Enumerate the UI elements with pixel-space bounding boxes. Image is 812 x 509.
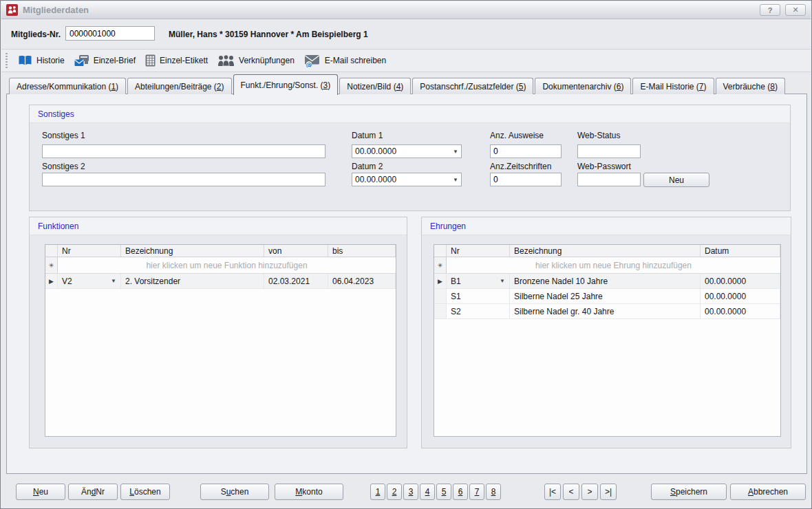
ehrungen-row-s1[interactable]: S1 Silberne Nadel 25 Jahre 00.00.0000	[434, 289, 780, 304]
funktionen-header-row: Nr Bezeichnung von bis	[45, 245, 396, 257]
web-passwort-neu-button[interactable]: Neu	[643, 173, 709, 187]
chevron-down-icon: ▼	[500, 278, 505, 284]
sonstiges1-label: Sonstiges 1	[42, 131, 85, 140]
sonstiges2-input[interactable]	[42, 173, 325, 186]
suchen-button[interactable]: Suchen	[200, 484, 269, 500]
funktionen-row-v2[interactable]: ▶ V2▼ 2. Vorsitzender 02.03.2021 06.04.2…	[45, 274, 396, 289]
funktionen-group-title: Funktionen	[30, 217, 407, 235]
neu-button[interactable]: Neu	[16, 484, 65, 500]
people-group-icon	[217, 54, 235, 67]
mkonto-button[interactable]: Mkonto	[275, 484, 343, 500]
ehrung-datum-cell: 00.00.0000	[701, 274, 780, 288]
datum1-combo[interactable]: 00.00.0000▼	[352, 144, 462, 158]
tab-abteilungen-beitraege[interactable]: Abteilungen/Beiträge (2)	[127, 78, 231, 94]
funktion-bezeichnung-cell: 2. Vorsitzender	[121, 274, 264, 288]
ehrung-nr-cell: S2	[447, 304, 510, 318]
funktionen-table: Nr Bezeichnung von bis ✳ hier klicken um…	[45, 244, 396, 437]
historie-button[interactable]: Historie	[13, 51, 70, 70]
tab-postanschrf-zusatzfelder[interactable]: Postanschrf./Zusatzfelder (5)	[412, 78, 533, 94]
current-row-icon: ▶	[45, 274, 58, 288]
sonstiges-group-title: Sonstiges	[30, 105, 790, 123]
webpasswort-input[interactable]	[577, 173, 641, 186]
column-header-bis[interactable]: bis	[328, 245, 396, 257]
ehrungen-new-row[interactable]: ✳ hier klicken um neue Ehrung hinzuzufüg…	[434, 257, 780, 274]
tab-content-panel: Sonstiges Sonstiges 1 Sonstiges 2 Datum …	[6, 94, 807, 474]
tab-funkt-ehrung-sonst[interactable]: Funkt./Ehrung/Sonst. (3)	[233, 74, 339, 95]
new-row-icon: ✳	[45, 257, 58, 273]
sonstiges2-label: Sonstiges 2	[42, 162, 85, 171]
email-schreiben-button[interactable]: @ E-Mail schreiben	[299, 51, 391, 70]
datum2-combo[interactable]: 00.00.0000▼	[352, 173, 462, 186]
history-book-icon	[18, 55, 32, 67]
chevron-down-icon: ▼	[453, 177, 458, 183]
page-3-button[interactable]: 3	[403, 484, 418, 500]
column-header-bezeichnung[interactable]: Bezeichnung	[510, 245, 701, 257]
new-row-hint: hier klicken um neue Funktion hinzuzufüg…	[58, 257, 396, 273]
nav-first-button[interactable]: |<	[544, 484, 561, 500]
ehrung-nr-cell[interactable]: B1▼	[447, 274, 510, 288]
ehrungen-group: Ehrungen Nr Bezeichnung Datum ✳ hier kli…	[421, 217, 791, 448]
ehrung-bezeichnung-cell: Silberne Nadel 25 Jahre	[510, 289, 701, 303]
einzel-brief-button[interactable]: Einzel-Brief	[70, 51, 140, 70]
ehrungen-table: Nr Bezeichnung Datum ✳ hier klicken um n…	[434, 244, 781, 437]
ehrungen-header-row: Nr Bezeichnung Datum	[434, 245, 780, 257]
column-header-nr[interactable]: Nr	[447, 245, 510, 257]
row-selector-header	[45, 245, 58, 257]
ehrungen-row-b1[interactable]: ▶ B1▼ Bronzene Nadel 10 Jahre 00.00.0000	[434, 274, 780, 289]
nav-last-button[interactable]: >|	[600, 484, 617, 500]
toolbar-item-label: Einzel-Etikett	[160, 56, 208, 65]
page-buttons: 1 2 3 4 5 6 7 8	[370, 484, 501, 500]
chevron-down-icon: ▼	[453, 149, 458, 155]
page-8-button[interactable]: 8	[486, 484, 501, 500]
funktion-nr-cell[interactable]: V2▼	[58, 274, 121, 288]
letter-printer-icon	[74, 54, 89, 67]
new-row-hint: hier klicken um neue Ehrung hinzuzufügen	[447, 257, 780, 273]
chevron-down-icon: ▼	[111, 278, 116, 284]
toolbar-drag-handle[interactable]	[6, 53, 8, 68]
zeitschriften-input[interactable]	[490, 173, 562, 186]
column-header-datum[interactable]: Datum	[701, 245, 780, 257]
toolbar-item-label: Einzel-Brief	[94, 56, 136, 65]
page-5-button[interactable]: 5	[436, 484, 451, 500]
datum1-label: Datum 1	[352, 131, 383, 140]
tab-dokumentenarchiv[interactable]: Dokumentenarchiv (6)	[535, 78, 631, 94]
nav-prev-button[interactable]: <	[563, 484, 579, 500]
page-1-button[interactable]: 1	[370, 484, 385, 500]
tab-email-historie[interactable]: E-Mail Historie (7)	[632, 78, 714, 94]
loeschen-button[interactable]: Löschen	[120, 484, 170, 500]
einzel-etikett-button[interactable]: Einzel-Etikett	[140, 51, 213, 70]
row-selector-header	[434, 245, 447, 257]
ehrungen-row-s2[interactable]: S2 Silberne Nadel gr. 40 Jahre 00.00.000…	[434, 304, 780, 319]
ehrung-nr-cell: S1	[447, 289, 510, 303]
verknuepfungen-button[interactable]: Verknüpfungen	[213, 51, 299, 70]
ausweise-input[interactable]	[490, 144, 562, 158]
toolbar-item-label: Verknüpfungen	[239, 56, 295, 65]
help-button[interactable]: ?	[760, 4, 780, 16]
column-header-von[interactable]: von	[264, 245, 328, 257]
speichern-button[interactable]: Speichern	[651, 484, 727, 500]
svg-text:@: @	[306, 61, 312, 67]
close-button[interactable]: ✕	[785, 4, 806, 16]
tab-verbraeuche[interactable]: Verbräuche (8)	[716, 78, 785, 94]
tab-adresse-kommunikation[interactable]: Adresse/Kommunikation (1)	[9, 78, 126, 94]
tab-strip: Adresse/Kommunikation (1) Abteilungen/Be…	[9, 72, 785, 94]
funktionen-new-row[interactable]: ✳ hier klicken um neue Funktion hinzuzuf…	[45, 257, 396, 274]
page-7-button[interactable]: 7	[469, 484, 484, 500]
aendnr-button[interactable]: ÄndNr	[68, 484, 118, 500]
nav-next-button[interactable]: >	[581, 484, 598, 500]
page-6-button[interactable]: 6	[453, 484, 468, 500]
member-summary: Müller, Hans * 30159 Hannover * Am Beisp…	[169, 30, 368, 39]
ehrung-datum-cell: 00.00.0000	[701, 289, 780, 303]
abbrechen-button[interactable]: Abbrechen	[730, 484, 806, 500]
column-header-bezeichnung[interactable]: Bezeichnung	[121, 245, 264, 257]
page-4-button[interactable]: 4	[420, 484, 435, 500]
tab-notizen-bild[interactable]: Notizen/Bild (4)	[339, 78, 411, 94]
sonstiges1-input[interactable]	[42, 144, 325, 158]
member-no-input[interactable]	[65, 26, 155, 41]
ehrung-bezeichnung-cell: Silberne Nadel gr. 40 Jahre	[510, 304, 701, 318]
page-2-button[interactable]: 2	[387, 484, 402, 500]
zeitschriften-label: Anz.Zeitschriften	[490, 162, 551, 171]
webstatus-input[interactable]	[577, 144, 641, 158]
member-header: Mitglieds-Nr. Müller, Hans * 30159 Hanno…	[1, 19, 811, 49]
column-header-nr[interactable]: Nr	[58, 245, 121, 257]
